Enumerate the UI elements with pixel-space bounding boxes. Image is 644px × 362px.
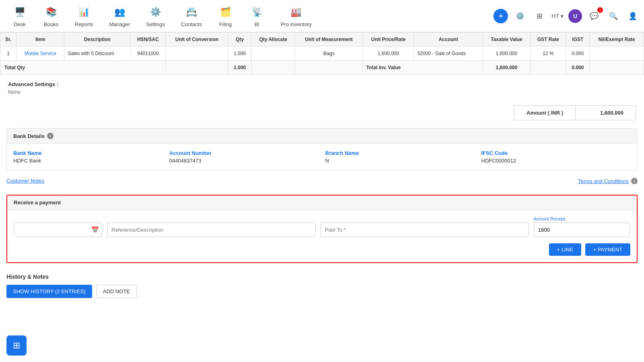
paid-to-input[interactable] xyxy=(320,222,529,237)
cell-account: 52000 - Sale of Goods xyxy=(414,47,483,61)
cell-hsn: 94011000 xyxy=(130,47,166,61)
total-inv-value-label: Total Inv. Value xyxy=(363,61,483,75)
avatar[interactable]: U xyxy=(568,9,582,23)
cell-nil-exempt xyxy=(590,47,644,61)
amount-receipt-field: Amount Receipt xyxy=(534,216,630,237)
terms-conditions-link-wrapper: Terms and Conditions i xyxy=(578,178,638,184)
reference-input[interactable] xyxy=(107,222,316,237)
nav-item-contacts[interactable]: 📇 Contacts xyxy=(173,1,210,31)
bottom-widget[interactable]: ⊞ xyxy=(6,335,27,356)
chevron-down-icon: ▾ xyxy=(561,13,564,19)
search-icon[interactable]: 🔍 xyxy=(606,9,621,23)
settings-icon: ⚙️ xyxy=(148,4,163,20)
payment-fields: 📅 Amount Receipt xyxy=(14,216,630,237)
ht-dropdown[interactable]: HT ▾ xyxy=(551,13,564,19)
add-note-button[interactable]: ADD NOTE xyxy=(96,285,137,298)
receive-payment-header: Receive a payment xyxy=(7,195,637,210)
advanced-settings-label: Advanced Settings : xyxy=(8,81,636,87)
cell-description: Sales with 5 Discount xyxy=(64,47,130,61)
nav-item-pro-inventory[interactable]: 🏭 Pro Inventory xyxy=(272,1,320,31)
col-header-account: Account xyxy=(414,33,483,47)
customer-notes-link[interactable]: Customer Notes xyxy=(6,178,44,184)
contacts-icon: 📇 xyxy=(184,4,199,20)
add-button[interactable]: + xyxy=(493,9,508,23)
col-header-qty-allocate: Qty Allocate xyxy=(252,33,295,47)
col-header-description: Description xyxy=(64,33,130,47)
bank-details-body: Bank Name HDFC Bank Account Number 04404… xyxy=(7,144,637,170)
advanced-settings-value: None xyxy=(8,89,636,95)
history-section: History & Notes SHOW HISTORY (2 ENTRIES)… xyxy=(0,267,644,298)
total-unit-measurement-empty xyxy=(295,61,363,75)
payment-actions: + LINE + PAYMENT xyxy=(14,243,630,256)
total-taxable-value: 1,600.000 xyxy=(483,61,530,75)
date-input[interactable] xyxy=(14,222,102,237)
grid-view-icon[interactable]: ⊞ xyxy=(532,9,547,23)
reference-field xyxy=(107,222,316,237)
history-title: History & Notes xyxy=(6,274,638,280)
col-header-sr: Sr. xyxy=(0,33,17,47)
bank-details-header: Bank Details i xyxy=(7,129,637,144)
cell-igst: 0.000 xyxy=(566,47,589,61)
items-table: Sr. Item Description HSN/SAC Unit of Con… xyxy=(0,32,644,75)
calendar-icon[interactable]: 📅 xyxy=(91,226,99,234)
nav-item-manager[interactable]: 👥 Manager xyxy=(101,1,138,31)
nav-right-area: + ⚙️ ⊞ HT ▾ U 💬 1 🔍 👤 xyxy=(493,9,640,23)
amount-value: 1,600.000 xyxy=(576,105,636,120)
nav-item-bi[interactable]: 📡 BI xyxy=(241,1,272,31)
cell-qty-allocate xyxy=(252,47,295,61)
nav-item-reports[interactable]: 📊 Reports xyxy=(67,1,101,31)
date-field: 📅 xyxy=(14,222,102,237)
col-header-qty: Qty xyxy=(228,33,251,47)
user-icon[interactable]: 👤 xyxy=(625,9,640,23)
advanced-settings-section: Advanced Settings : None xyxy=(0,75,644,101)
bi-icon: 📡 xyxy=(249,4,264,20)
total-qty-empty xyxy=(166,61,228,75)
amount-receipt-input[interactable] xyxy=(534,222,630,237)
manager-icon: 👥 xyxy=(112,4,127,20)
grid-widget-icon: ⊞ xyxy=(13,340,20,351)
add-payment-button[interactable]: + PAYMENT xyxy=(585,243,630,256)
col-header-gst-rate: GST Rate xyxy=(530,33,566,47)
terms-info-icon[interactable]: i xyxy=(631,178,638,184)
filing-icon: 🗂️ xyxy=(218,4,233,20)
paid-to-field xyxy=(320,222,529,237)
col-header-hsn: HSN/SAC xyxy=(130,33,166,47)
bank-details-info-icon[interactable]: i xyxy=(47,133,54,139)
top-navigation: 🖥️ Desk 📚 Books 📊 Reports 👥 Manager ⚙️ S… xyxy=(0,0,644,32)
col-header-unit-conversion: Unit of Conversion xyxy=(166,33,228,47)
terms-conditions-link[interactable]: Terms and Conditions xyxy=(578,178,629,184)
nav-item-desk[interactable]: 🖥️ Desk xyxy=(4,1,35,31)
total-qty-allocate-empty xyxy=(252,61,295,75)
desk-icon: 🖥️ xyxy=(12,4,27,20)
table-row: 1 Mobile Service Sales with 5 Discount 9… xyxy=(0,47,644,61)
history-buttons: SHOW HISTORY (2 ENTRIES) ADD NOTE xyxy=(6,285,638,298)
show-history-button[interactable]: SHOW HISTORY (2 ENTRIES) xyxy=(6,285,92,298)
col-header-igst: IGST xyxy=(566,33,589,47)
col-header-unit-price: Unit Price/Rate xyxy=(363,33,414,47)
bank-field-name: Bank Name HDFC Bank xyxy=(13,150,163,164)
cell-gst-rate: 12 % xyxy=(530,47,566,61)
main-content: Sr. Item Description HSN/SAC Unit of Con… xyxy=(0,32,644,298)
links-row: Customer Notes Terms and Conditions i xyxy=(0,175,644,191)
pro-inventory-icon: 🏭 xyxy=(289,4,304,20)
nav-item-settings[interactable]: ⚙️ Settings xyxy=(138,1,173,31)
total-qty-label: Total Qty xyxy=(0,61,166,75)
cell-item[interactable]: Mobile Service xyxy=(17,47,64,61)
col-header-unit-measurement: Unit of Measurement xyxy=(295,33,363,47)
books-icon: 📚 xyxy=(43,4,59,20)
chat-icon[interactable]: 💬 1 xyxy=(587,9,601,23)
col-header-nil-exempt: Nil/Exempt Rate xyxy=(590,33,644,47)
amount-receipt-label: Amount Receipt xyxy=(534,216,630,221)
add-line-button[interactable]: + LINE xyxy=(549,243,581,256)
receive-payment-section: Receive a payment 📅 Amount Receipt xyxy=(6,195,638,263)
nav-item-filing[interactable]: 🗂️ Filing xyxy=(210,1,241,31)
receive-payment-body: 📅 Amount Receipt + LINE + PAYMENT xyxy=(7,210,637,262)
cell-qty: 1.000 xyxy=(228,47,251,61)
nav-item-books[interactable]: 📚 Books xyxy=(35,1,67,31)
cell-unit-measurement: Bags xyxy=(295,47,363,61)
date-input-wrapper: 📅 xyxy=(14,222,102,237)
amount-row: Amount ( INR ) 1,600.000 xyxy=(0,101,644,124)
total-igst: 0.000 xyxy=(566,61,589,75)
gear-icon[interactable]: ⚙️ xyxy=(513,9,527,23)
total-nil-empty xyxy=(590,61,644,75)
